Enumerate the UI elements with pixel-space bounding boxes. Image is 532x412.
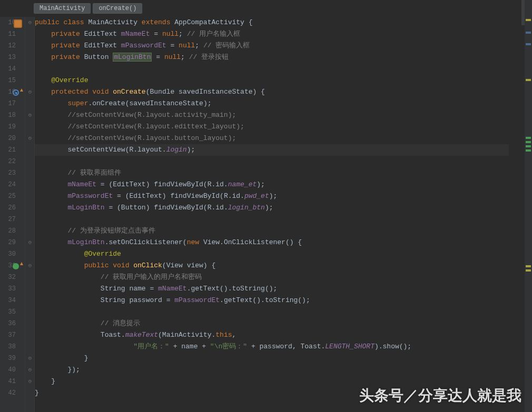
code-line[interactable]: // 为登录按钮绑定点击事件 [35,225,509,237]
line-number[interactable]: 26 [0,202,25,214]
code-line[interactable]: public class MainActivity extends AppCom… [35,17,509,28]
fold-handle[interactable] [25,190,35,202]
info-marker[interactable] [526,32,531,34]
fold-handle[interactable] [25,52,35,63]
warning-marker[interactable] [526,79,531,81]
code-line[interactable] [35,63,509,75]
line-number[interactable]: 19 [0,121,25,133]
line-number[interactable]: 11 [0,28,25,40]
fold-handle[interactable] [25,248,35,260]
line-number[interactable]: 20 [0,133,25,144]
fold-handle[interactable] [25,121,35,133]
line-number[interactable]: 29 [0,237,25,248]
line-number[interactable]: 12 [0,40,25,52]
run-gutter-icon[interactable] [13,263,19,269]
code-line[interactable]: Toast.makeText(MainActivity.this, [35,329,509,341]
code-line[interactable]: private EditText mPasswordEt = null; // … [35,40,509,52]
fold-handle[interactable] [25,98,35,109]
code-line[interactable] [35,214,509,225]
fold-handle[interactable] [25,75,35,86]
fold-handle[interactable] [25,318,35,329]
fold-handle[interactable] [25,329,35,341]
fold-handle[interactable] [25,156,35,167]
override-gutter-icon[interactable] [13,89,19,96]
code-line[interactable]: mLoginBtn.setOnClickListener(new View.On… [35,237,509,248]
change-marker[interactable] [526,137,531,139]
code-line[interactable]: public void onClick(View view) { [35,260,509,272]
info-marker[interactable] [526,43,531,45]
fold-handle[interactable]: ⊖ [25,109,35,121]
line-number[interactable]: 27 [0,214,25,225]
breadcrumb-class[interactable]: MainActivity [34,3,91,14]
line-number[interactable]: 22 [0,156,25,167]
code-line[interactable]: protected void onCreate(Bundle savedInst… [35,86,509,98]
line-number[interactable]: 40 [0,364,25,376]
line-number-gutter[interactable]: 1011121314151617181920212223242526272829… [0,17,25,412]
fold-handle[interactable]: ⊖ [25,237,35,248]
code-line[interactable]: "用户名：" + name + "\n密码：" + password, Toas… [35,341,509,353]
fold-handle[interactable]: ⊖ [25,364,35,376]
line-number[interactable]: 28 [0,225,25,237]
line-number[interactable]: 34 [0,295,25,306]
fold-handle[interactable]: ⊖ [25,86,35,98]
line-number[interactable]: 30 [0,248,25,260]
fold-handle[interactable]: ⊖ [25,353,35,364]
line-number[interactable]: 18 [0,109,25,121]
code-line[interactable]: //setContentView(R.layout.edittext_layou… [35,121,509,133]
fold-handle[interactable] [25,144,35,156]
line-number[interactable]: 23 [0,167,25,179]
fold-handle[interactable] [25,387,35,399]
fold-handle[interactable] [25,272,35,283]
code-line[interactable]: String name = mNameEt.getText().toString… [35,283,509,295]
code-line[interactable]: @Override [35,248,509,260]
code-line[interactable]: // 获取用户输入的用户名和密码 [35,272,509,283]
fold-handle[interactable] [25,28,35,40]
line-number[interactable]: 13 [0,52,25,63]
line-number[interactable]: 36 [0,318,25,329]
fold-handle[interactable] [25,341,35,353]
line-number[interactable]: 21 [0,144,25,156]
code-editor[interactable]: public class MainActivity extends AppCom… [35,17,509,412]
code-line[interactable]: }); [35,364,509,376]
line-number[interactable]: 24 [0,179,25,190]
fold-handle[interactable]: ⊖ [25,133,35,144]
fold-handle[interactable] [25,167,35,179]
warning-marker[interactable] [526,265,531,267]
code-line[interactable]: //setContentView(R.layout.button_layout)… [35,133,509,144]
line-number[interactable]: 14 [0,63,25,75]
line-number[interactable]: 38 [0,341,25,353]
breadcrumb-method[interactable]: onCreate() [93,3,142,14]
code-line[interactable]: } [35,353,509,364]
warning-marker[interactable] [526,269,531,272]
line-number[interactable]: 15 [0,75,25,86]
fold-handle[interactable] [25,202,35,214]
code-line[interactable] [35,306,509,318]
code-line[interactable]: // 消息提示 [35,318,509,329]
code-line[interactable]: mLoginBtn = (Button) findViewById(R.id.l… [35,202,509,214]
fold-handle[interactable] [25,306,35,318]
code-line[interactable]: mNameEt = (EditText) findViewById(R.id.n… [35,179,509,190]
code-line[interactable]: private Button mLoginBtn = null; // 登录按钮 [35,52,509,63]
change-marker[interactable] [526,141,531,143]
change-marker[interactable] [526,145,531,147]
code-line[interactable]: mPasswordEt = (EditText) findViewById(R.… [35,190,509,202]
fold-handle[interactable] [25,214,35,225]
code-line[interactable]: setContentView(R.layout.login); [35,144,509,156]
fold-handle[interactable] [25,179,35,190]
code-line[interactable]: @Override [35,75,509,86]
line-number[interactable]: 37 [0,329,25,341]
fold-handle[interactable]: ⊖ [25,260,35,272]
change-marker[interactable] [526,149,531,152]
line-number[interactable]: 33 [0,283,25,295]
fold-gutter[interactable]: ⊖⊖⊖⊖⊖⊖⊖⊖⊖ [25,17,35,412]
fold-handle[interactable] [25,40,35,52]
line-number[interactable]: 25 [0,190,25,202]
line-number[interactable]: 41 [0,376,25,387]
warning-marker[interactable] [526,19,531,21]
line-number[interactable]: 35 [0,306,25,318]
line-number[interactable]: 42 [0,387,25,399]
fold-handle[interactable] [25,225,35,237]
error-stripe[interactable] [525,0,532,412]
line-number[interactable]: 17 [0,98,25,109]
fold-handle[interactable] [25,283,35,295]
